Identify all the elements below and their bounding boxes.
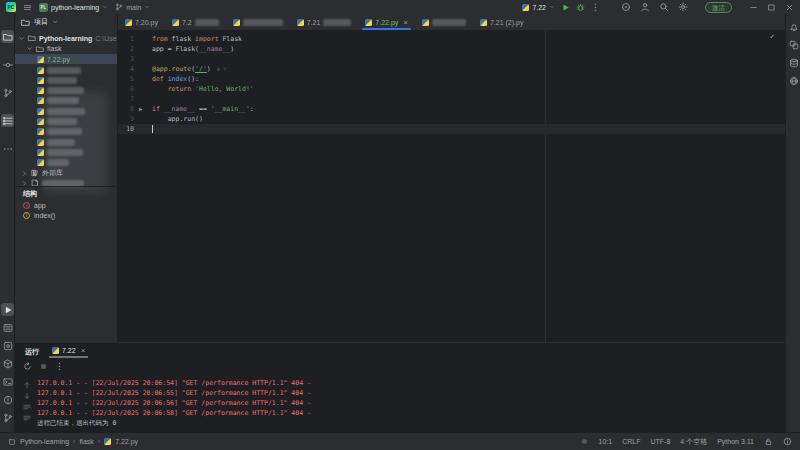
line-number: 3 (118, 54, 134, 64)
git-branch-icon (115, 3, 123, 11)
line-separator[interactable]: CRLF (622, 438, 640, 445)
scroll-to-end-icon[interactable] (23, 414, 31, 422)
code-line[interactable]: 6 return 'Hello, World!' (118, 84, 785, 94)
code-line[interactable]: 4@app.route('/')⊙ ˅ (118, 64, 785, 74)
tool-button-structure[interactable] (1, 114, 14, 127)
ide-widget-icon[interactable] (621, 2, 631, 12)
editor-tab[interactable]: 7.22.py× (358, 14, 415, 30)
tool-button-run[interactable] (1, 303, 14, 316)
run-console-tab[interactable]: 7.22 × (49, 345, 88, 358)
console-log-line: 127.0.0.1 - - [22/Jul/2025 20:06:58] "GE… (37, 409, 311, 417)
close-icon[interactable]: × (403, 18, 408, 27)
chevron-down-icon[interactable] (26, 45, 33, 52)
close-icon[interactable]: × (81, 346, 86, 355)
code-line[interactable]: 9 app.run() (118, 114, 785, 124)
maximize-icon[interactable] (767, 3, 776, 12)
structure-item[interactable]: vapp (23, 200, 46, 210)
branch-widget[interactable]: main (115, 3, 150, 11)
file-encoding[interactable]: UTF-8 (650, 438, 670, 445)
tool-button-commit[interactable] (1, 58, 14, 71)
tree-folder-row[interactable]: flask (15, 44, 117, 54)
code-editor[interactable]: 1from flask import Flask2app = Flask(__n… (118, 30, 785, 342)
tree-file-row[interactable] (15, 75, 117, 85)
tree-external-libraries-row[interactable]: 外部库 (15, 168, 117, 178)
breadcrumb-item[interactable]: flask (79, 438, 93, 445)
code-line[interactable]: 2app = Flask(__name__) (118, 44, 785, 54)
chevron-right-icon[interactable] (21, 170, 28, 177)
tool-button-version-control[interactable] (1, 411, 14, 424)
tree-file-row[interactable] (15, 106, 117, 116)
tool-button-services[interactable] (1, 339, 14, 352)
notifications-info-icon[interactable] (783, 437, 792, 446)
settings-icon[interactable] (678, 2, 688, 12)
tree-file-row[interactable] (15, 65, 117, 75)
tree-file-row[interactable] (15, 137, 117, 147)
prev-occurrence-icon[interactable] (23, 381, 31, 389)
next-occurrence-icon[interactable] (23, 392, 31, 400)
tool-button-pull-requests[interactable] (1, 86, 14, 99)
caret-position[interactable]: 10:1 (599, 438, 613, 445)
run-config-selector[interactable]: 7.22 (522, 4, 555, 11)
tree-selected-file-row[interactable]: 7.22.py (15, 54, 117, 64)
python-file-icon (422, 19, 429, 26)
debug-button[interactable] (576, 3, 585, 12)
python-interpreter[interactable]: Python 3.11 (717, 438, 754, 445)
library-icon (31, 169, 39, 177)
tool-button-python-packages[interactable] (1, 357, 14, 370)
inspections-widget[interactable]: ✓ (769, 33, 775, 41)
structure-item[interactable]: findex() (23, 211, 55, 221)
chevron-down-icon[interactable] (18, 35, 25, 42)
more-actions-icon[interactable]: ⋮ (55, 362, 64, 371)
tool-button-endpoints[interactable] (787, 74, 800, 87)
code-line[interactable]: 8▶if __name__ == '__main__': (118, 104, 785, 114)
run-gutter-icon[interactable]: ▶ (139, 104, 143, 114)
tree-file-row[interactable] (15, 158, 117, 168)
tool-button-problems[interactable] (1, 393, 14, 406)
tree-root-row[interactable]: Python-learningC:\Users\zh (15, 33, 117, 43)
route-inlay-hint[interactable]: ⊙ ˅ (217, 66, 227, 72)
code-line[interactable]: 3 (118, 54, 785, 64)
tree-file-row[interactable] (15, 147, 117, 157)
editor-tab[interactable]: 7.2 (165, 14, 226, 30)
tool-button-ai-assistant[interactable] (787, 38, 800, 51)
code-with-me-icon[interactable] (640, 2, 650, 12)
tool-button-terminal[interactable] (1, 375, 14, 388)
tool-button-more-tool-windows[interactable] (1, 142, 14, 155)
tree-file-row[interactable] (15, 117, 117, 127)
license-badge[interactable]: 激活 (705, 2, 732, 13)
status-indicator-icon[interactable] (580, 437, 589, 446)
minimize-icon[interactable] (749, 3, 758, 12)
rerun-icon[interactable] (23, 362, 32, 371)
editor-tab[interactable]: 7.21 (290, 14, 359, 30)
tool-button-python-console[interactable] (1, 321, 14, 334)
search-everywhere-icon[interactable] (659, 2, 669, 12)
main-menu-icon[interactable] (23, 3, 32, 12)
soft-wrap-icon[interactable] (23, 403, 31, 411)
lock-icon[interactable] (764, 437, 773, 446)
editor-tab[interactable]: 7.21 (2).py (473, 14, 530, 30)
editor-tab[interactable] (226, 14, 290, 30)
stop-icon[interactable] (39, 362, 48, 371)
editor-tab[interactable]: 7.20.py (118, 14, 165, 30)
editor-tab[interactable] (415, 14, 473, 30)
breadcrumb-item[interactable]: 7.22.py (115, 438, 138, 445)
project-panel-header[interactable]: 项目 (15, 14, 118, 30)
code-line[interactable]: 5def index(): (118, 74, 785, 84)
tree-file-row[interactable] (15, 86, 117, 96)
run-button[interactable] (561, 3, 570, 12)
breadcrumb[interactable]: Python-learning›flask›7.22.py (8, 438, 138, 446)
breadcrumb-item[interactable]: Python-learning (20, 438, 69, 445)
code-line[interactable]: 1from flask import Flask (118, 34, 785, 44)
folder-icon (21, 18, 30, 27)
tool-button-project[interactable] (1, 30, 14, 43)
indent-style[interactable]: 4 个空格 (680, 437, 707, 447)
more-actions-icon[interactable]: ⋮ (591, 3, 600, 12)
tool-button-notifications[interactable] (787, 20, 800, 33)
tool-button-database[interactable] (787, 56, 800, 69)
tree-file-row[interactable] (15, 127, 117, 137)
code-line[interactable]: 7 (118, 94, 785, 104)
tree-file-row[interactable] (15, 96, 117, 106)
project-widget[interactable]: PL python-learning (39, 3, 108, 12)
code-line[interactable]: 10 (118, 124, 785, 134)
close-icon[interactable] (785, 3, 794, 12)
